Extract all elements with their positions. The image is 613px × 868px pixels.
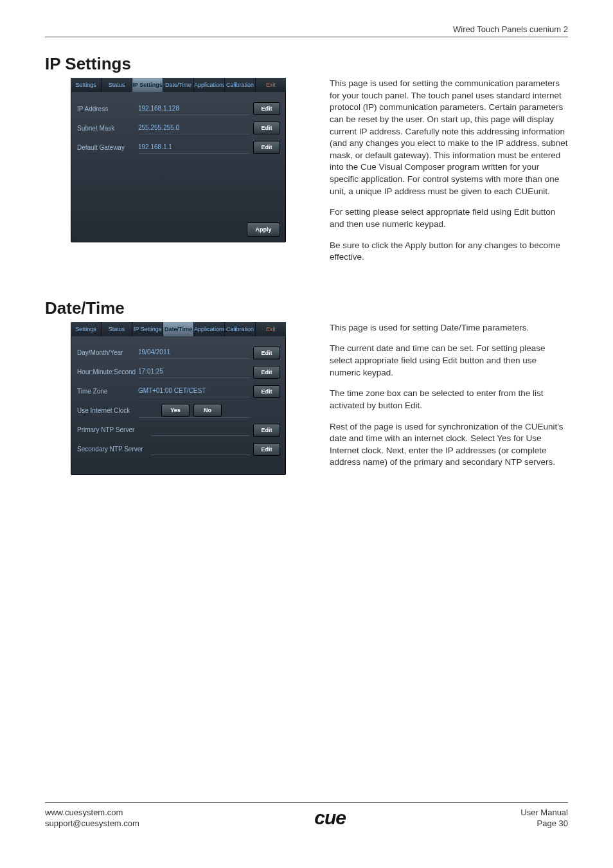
- primary-ntp-label: Primary NTP Server: [77, 426, 151, 433]
- time-edit-button[interactable]: Edit: [254, 366, 280, 378]
- tab-calibration[interactable]: Calibration: [225, 78, 256, 92]
- timezone-edit-button[interactable]: Edit: [254, 386, 280, 397]
- tab-status[interactable]: Status: [102, 78, 132, 92]
- footer-manual: User Manual: [520, 808, 568, 817]
- product-name: Wired Touch Panels cuenium 2: [453, 24, 568, 34]
- brand-logo: cue: [314, 807, 346, 829]
- datetime-description: This page is used for setting Date/Time …: [330, 322, 568, 478]
- use-internet-yes-button[interactable]: Yes: [162, 404, 189, 416]
- footer-email: support@cuesystem.com: [45, 818, 139, 828]
- timezone-label: Time Zone: [77, 388, 138, 395]
- use-internet-no-button[interactable]: No: [194, 404, 221, 416]
- tab-ip-settings[interactable]: IP Settings: [132, 78, 163, 92]
- use-internet-clock-row: Use Internet Clock Yes No: [77, 403, 280, 419]
- time-label: Hour:Minute:Second: [77, 368, 138, 375]
- secondary-ntp-edit-button[interactable]: Edit: [254, 444, 280, 455]
- primary-ntp-value: [151, 424, 250, 436]
- ip-address-edit-button[interactable]: Edit: [254, 103, 280, 114]
- primary-ntp-row: Primary NTP Server Edit: [77, 422, 280, 438]
- tab-settings[interactable]: Settings: [71, 78, 102, 92]
- default-gateway-value: 192.168.1.1: [138, 141, 250, 154]
- ip-settings-panel: Settings Status IP Settings Date/Time Ap…: [71, 78, 286, 242]
- dt-para-4: Rest of the page is used for synchroniza…: [330, 421, 568, 469]
- subnet-mask-label: Subnet Mask: [77, 125, 138, 132]
- dt-tabstrip: Settings Status IP Settings Date/Time Ap…: [71, 322, 286, 336]
- datetime-panel: Settings Status IP Settings Date/Time Ap…: [71, 322, 286, 475]
- ip-settings-heading: IP Settings: [45, 54, 568, 74]
- timezone-row: Time Zone GMT+01:00 CET/CEST Edit: [77, 384, 280, 399]
- secondary-ntp-label: Secondary NTP Server: [77, 446, 151, 453]
- date-value: 19/04/2011: [138, 347, 250, 359]
- default-gateway-label: Default Gateway: [77, 144, 138, 151]
- tab-datetime[interactable]: Date/Time: [163, 322, 194, 336]
- ip-settings-description: This page is used for setting the commun…: [330, 78, 568, 273]
- secondary-ntp-value: [151, 443, 250, 455]
- tab-exit[interactable]: Exit: [256, 322, 286, 336]
- time-value: 17:01:25: [138, 366, 250, 378]
- ip-para-3: Be sure to click the Apply button for an…: [330, 240, 568, 264]
- date-edit-button[interactable]: Edit: [254, 347, 280, 359]
- ip-address-label: IP Address: [77, 105, 138, 113]
- tab-exit[interactable]: Exit: [256, 78, 286, 92]
- tab-status[interactable]: Status: [102, 322, 132, 336]
- dt-para-2: The current date and time can be set. Fo…: [330, 343, 568, 379]
- date-row: Day/Month/Year 19/04/2011 Edit: [77, 345, 280, 361]
- ip-address-value: 192.168.1.128: [138, 103, 250, 115]
- tab-applications[interactable]: Applications: [194, 322, 225, 336]
- subnet-mask-value: 255.255.255.0: [138, 122, 250, 134]
- date-label: Day/Month/Year: [77, 349, 138, 356]
- primary-ntp-edit-button[interactable]: Edit: [254, 424, 280, 436]
- apply-button[interactable]: Apply: [247, 223, 280, 236]
- dt-para-1: This page is used for setting Date/Time …: [330, 322, 568, 334]
- default-gateway-edit-button[interactable]: Edit: [254, 141, 280, 153]
- secondary-ntp-row: Secondary NTP Server Edit: [77, 442, 280, 457]
- default-gateway-row: Default Gateway 192.168.1.1 Edit: [77, 140, 280, 155]
- tab-settings[interactable]: Settings: [71, 322, 102, 336]
- page-header: Wired Touch Panels cuenium 2: [45, 24, 568, 37]
- use-internet-clock-label: Use Internet Clock: [77, 407, 138, 414]
- page-footer: www.cuesystem.com support@cuesystem.com …: [45, 802, 568, 829]
- footer-url: www.cuesystem.com: [45, 808, 123, 817]
- dt-para-3: The time zone box can be selected to ent…: [330, 388, 568, 411]
- ip-address-row: IP Address 192.168.1.128 Edit: [77, 101, 280, 116]
- datetime-heading: Date/Time: [45, 298, 568, 318]
- subnet-mask-row: Subnet Mask 255.255.255.0 Edit: [77, 120, 280, 136]
- time-row: Hour:Minute:Second 17:01:25 Edit: [77, 365, 280, 380]
- timezone-value: GMT+01:00 CET/CEST: [138, 385, 250, 397]
- ip-tabstrip: Settings Status IP Settings Date/Time Ap…: [71, 78, 286, 92]
- ip-para-1: This page is used for setting the commun…: [330, 78, 568, 197]
- tab-applications[interactable]: Applications: [194, 78, 225, 92]
- footer-page: Page 30: [537, 818, 568, 828]
- subnet-mask-edit-button[interactable]: Edit: [254, 122, 280, 134]
- ip-para-2: For setting please select appropriate fi…: [330, 206, 568, 230]
- tab-calibration[interactable]: Calibration: [225, 322, 256, 336]
- tab-ip-settings[interactable]: IP Settings: [132, 322, 163, 336]
- tab-datetime[interactable]: Date/Time: [163, 78, 194, 92]
